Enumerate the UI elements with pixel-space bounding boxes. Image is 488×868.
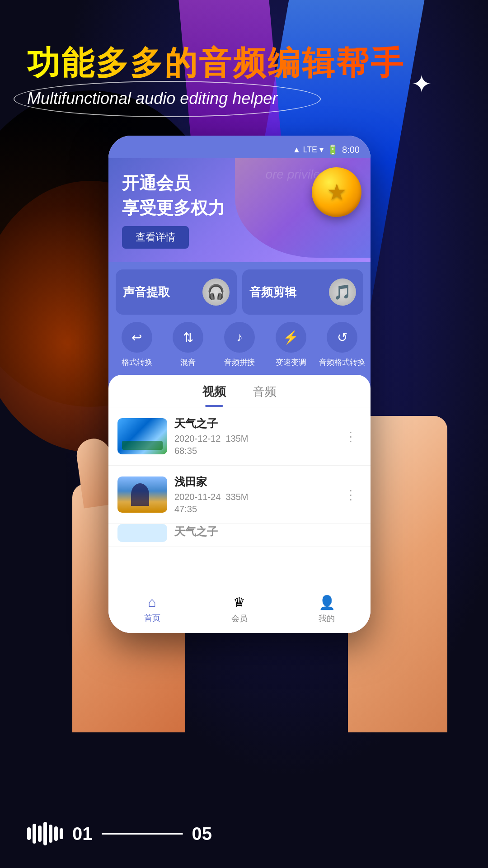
video-meta-2: 2020-11-24 335M	[174, 492, 333, 502]
view-details-button[interactable]: 查看详情	[122, 226, 189, 249]
headphone-icon: 🎧	[202, 278, 230, 306]
bottom-pagination: 01 05	[27, 822, 212, 845]
status-bar: ▲ LTE ▾ 🔋 8:00	[108, 136, 371, 158]
video-more-1[interactable]: ⋮	[340, 425, 361, 448]
video-title-1: 天气之子	[174, 416, 333, 431]
pagination-current: 01	[72, 824, 93, 844]
video-thumb-2	[117, 476, 167, 513]
video-info-3: 天气之子	[174, 524, 361, 542]
splice-icon: ♪	[224, 322, 255, 353]
video-duration-2: 47:35	[174, 504, 333, 514]
nav-vip-label: 会员	[231, 613, 248, 624]
wave-bar-5	[49, 825, 52, 843]
format-convert-label: 格式转换	[122, 357, 152, 368]
video-thumb-1	[117, 418, 167, 454]
thumb-weather	[117, 418, 167, 454]
profile-icon: 👤	[319, 594, 335, 610]
title-chinese: 功能多多的音频编辑帮手	[27, 45, 405, 81]
mix-icon: ⇅	[173, 322, 203, 353]
phone-container: ▲ LTE ▾ 🔋 8:00 ore privilege 开通会员 享受更多权力…	[86, 136, 402, 769]
signal-icon: ▲ LTE ▾	[293, 145, 324, 155]
speed-label: 变速变调	[276, 357, 306, 368]
sparkle-icon: ✦	[411, 72, 432, 97]
nav-vip[interactable]: ♛ 会员	[196, 594, 283, 624]
nav-profile[interactable]: 👤 我的	[283, 594, 371, 624]
format-convert-icon: ↩	[122, 322, 152, 353]
content-area: 视频 音频 天气之子 2020-12-12 135M 68:35	[108, 375, 371, 633]
audio-format-icon: ↺	[327, 322, 357, 353]
feature-format-convert[interactable]: ↩ 格式转换	[112, 322, 162, 368]
feature-audio-cut[interactable]: 音频剪辑 🎵	[242, 269, 363, 315]
vip-icon: ♛	[233, 594, 245, 610]
video-item-1[interactable]: 天气之子 2020-12-12 135M 68:35 ⋮	[108, 407, 371, 466]
nav-profile-label: 我的	[319, 613, 335, 624]
video-info-1: 天气之子 2020-12-12 135M 68:35	[174, 416, 333, 456]
coin-star: ★	[327, 179, 347, 205]
video-title-2: 浅田家	[174, 475, 333, 489]
feature-sound-extract[interactable]: 声音提取 🎧	[116, 269, 237, 315]
coin-icon: ★	[312, 167, 361, 217]
feature-large-row: 声音提取 🎧 音频剪辑 🎵	[108, 262, 371, 315]
music-icon: 🎵	[329, 278, 356, 306]
thumb-asada	[117, 476, 167, 513]
video-duration-1: 68:35	[174, 446, 333, 456]
phone-frame: ▲ LTE ▾ 🔋 8:00 ore privilege 开通会员 享受更多权力…	[108, 136, 371, 633]
splice-label: 音频拼接	[224, 357, 255, 368]
video-info-2: 浅田家 2020-11-24 335M 47:35	[174, 475, 333, 514]
wave-bar-4	[43, 822, 47, 845]
video-meta-1: 2020-12-12 135M	[174, 434, 333, 444]
wave-bar-7	[60, 828, 63, 839]
feature-small-row: ↩ 格式转换 ⇅ 混音 ♪ 音频拼接 ⚡ 变速变调 ↺ 音频格式转换	[108, 315, 371, 368]
header-area: 功能多多的音频编辑帮手 Multifunctional audio editin…	[27, 45, 405, 112]
wave-bars	[27, 822, 63, 845]
wave-bar-1	[27, 827, 31, 840]
tab-audio[interactable]: 音频	[239, 384, 290, 407]
nav-home-label: 首页	[144, 613, 160, 623]
wave-bar-3	[38, 826, 42, 842]
video-list: 天气之子 2020-12-12 135M 68:35 ⋮	[108, 407, 371, 588]
mix-label: 混音	[180, 357, 196, 368]
sound-extract-label: 声音提取	[123, 284, 170, 300]
feature-speed[interactable]: ⚡ 变速变调	[266, 322, 316, 368]
pagination-total: 05	[192, 824, 212, 844]
wave-bar-2	[33, 824, 36, 844]
video-item-2[interactable]: 浅田家 2020-11-24 335M 47:35 ⋮	[108, 466, 371, 524]
title-english: Multifunctional audio editing helper	[27, 85, 405, 112]
feature-splice[interactable]: ♪ 音频拼接	[215, 322, 264, 368]
pagination-line	[102, 833, 183, 835]
title-english-wrapper: Multifunctional audio editing helper ✦	[27, 85, 405, 112]
audio-cut-label: 音频剪辑	[249, 284, 296, 300]
wave-bar-6	[54, 826, 58, 841]
video-more-2[interactable]: ⋮	[340, 483, 361, 507]
feature-mix[interactable]: ⇅ 混音	[164, 322, 213, 368]
tab-video[interactable]: 视频	[189, 384, 239, 407]
nav-home[interactable]: ⌂ 首页	[108, 594, 196, 624]
speed-icon: ⚡	[276, 322, 306, 353]
feature-audio-format[interactable]: ↺ 音频格式转换	[317, 322, 367, 368]
header-banner: ore privilege 开通会员 享受更多权力 查看详情 ★	[108, 158, 371, 262]
video-title-3: 天气之子	[174, 524, 361, 539]
audio-format-label: 音频格式转换	[319, 357, 365, 368]
bottom-nav: ⌂ 首页 ♛ 会员 👤 我的	[108, 588, 371, 633]
phone-inner: ▲ LTE ▾ 🔋 8:00 ore privilege 开通会员 享受更多权力…	[108, 136, 371, 633]
battery-status: 🔋	[327, 144, 338, 155]
tabs: 视频 音频	[108, 375, 371, 407]
time-display: 8:00	[342, 145, 360, 155]
video-thumb-3	[117, 524, 167, 542]
home-icon: ⌂	[148, 594, 156, 610]
video-item-3[interactable]: 天气之子	[108, 524, 371, 547]
